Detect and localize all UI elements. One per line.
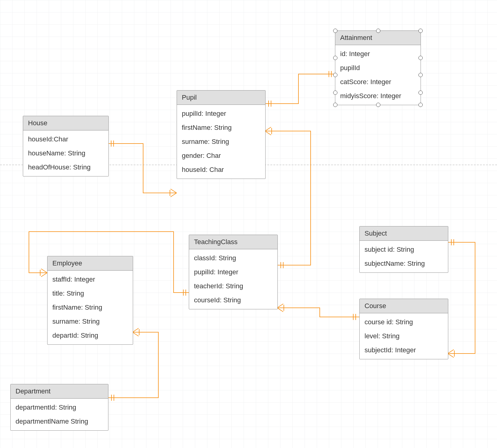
entity-attr: staffId: Integer [48, 272, 133, 286]
entity-house[interactable]: House houseId:Char houseName: String hea… [23, 116, 109, 176]
selection-handle[interactable] [333, 29, 337, 33]
entity-employee[interactable]: Employee staffId: Integer title: String … [47, 256, 133, 345]
entity-header: Attainment [335, 31, 421, 45]
entity-attr: subjectId: Integer [360, 343, 448, 357]
entity-attr: level: String [360, 329, 448, 343]
entity-course[interactable]: Course course id: String level: String s… [359, 299, 448, 359]
entity-pupil[interactable]: Pupil pupilId: Integer firstName: String… [177, 90, 266, 179]
entity-attr: teacherId: String [189, 279, 277, 293]
entity-header: Employee [48, 256, 133, 271]
entity-attr: headOfHouse: String [23, 160, 108, 174]
entity-attr: course id: String [360, 315, 448, 329]
selection-handle[interactable] [418, 91, 423, 95]
entity-attr: midyisScore: Integer [335, 89, 421, 103]
entity-attr: gender: Char [177, 149, 265, 163]
entity-attr: surname: String [48, 315, 133, 329]
entity-attr: departId: String [48, 329, 133, 343]
entity-attr: id: Integer [335, 47, 421, 61]
entity-header: Pupil [177, 91, 265, 105]
entity-subject[interactable]: Subject subject id: String subjectName: … [359, 226, 448, 273]
selection-handle[interactable] [418, 56, 423, 60]
entity-attr: courseId: String [189, 293, 277, 307]
entity-header: Course [360, 299, 448, 313]
selection-handle[interactable] [376, 103, 380, 107]
selection-handle[interactable] [376, 29, 380, 33]
grid-background [0, 0, 497, 448]
entity-teachingclass[interactable]: TeachingClass classId: String pupilId: I… [189, 235, 278, 309]
entity-attr: pupilId: Integer [189, 265, 277, 279]
entity-attr: houseId: Char [177, 163, 265, 177]
entity-attr: firstName: String [48, 300, 133, 315]
selection-handle[interactable] [333, 56, 337, 60]
selection-handle[interactable] [418, 29, 423, 33]
entity-attr: houseName: String [23, 146, 108, 160]
entity-department[interactable]: Department departmentId: String departme… [10, 384, 108, 431]
entity-attr: title: String [48, 286, 133, 300]
entity-header: TeachingClass [189, 235, 277, 249]
entity-attr: houseId:Char [23, 132, 108, 146]
selection-handle[interactable] [333, 103, 337, 107]
entity-header: House [23, 116, 108, 130]
selection-handle[interactable] [333, 91, 337, 95]
entity-attr: classId: String [189, 251, 277, 265]
entity-attr: firstName: String [177, 121, 265, 135]
entity-attr: catScore: Integer [335, 75, 421, 89]
selection-handle[interactable] [333, 73, 337, 77]
entity-attr: subject id: String [360, 243, 448, 257]
selection-handle[interactable] [418, 103, 423, 107]
entity-header: Subject [360, 226, 448, 241]
entity-attr: pupilId: Integer [177, 107, 265, 121]
entity-attr: departmentId: String [11, 400, 108, 414]
entity-attr: subjectName: String [360, 257, 448, 271]
entity-attr: pupilId [335, 61, 421, 75]
entity-attr: surname: String [177, 135, 265, 149]
entity-attr: departmentlName String [11, 414, 108, 428]
diagram-canvas[interactable]: House houseId:Char houseName: String hea… [0, 0, 497, 448]
entity-header: Department [11, 384, 108, 399]
selection-handle[interactable] [418, 73, 423, 77]
entity-attainment[interactable]: Attainment id: Integer pupilId catScore:… [335, 30, 421, 105]
